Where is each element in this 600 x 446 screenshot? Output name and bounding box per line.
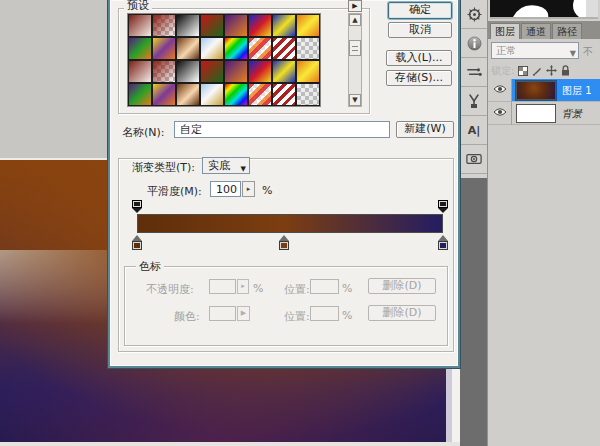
stop-color-swatch[interactable] [209, 306, 236, 321]
gradient-type-select[interactable]: 实底 ▼ [202, 157, 250, 174]
stop-position-input-2[interactable] [310, 306, 339, 321]
opacity-stop[interactable] [132, 200, 142, 213]
scroll-thumb[interactable] [349, 40, 361, 56]
tab-layers[interactable]: 图层 [490, 23, 520, 39]
preset-swatch-red-green[interactable] [200, 14, 224, 37]
preset-swatch-noise-transparent[interactable] [296, 83, 320, 106]
stop-opacity-slider-button[interactable]: ▸ [237, 279, 249, 294]
layers-panel: 图层 通道 路径 正常 ▼ 不 锁定: 图层 1背景 [487, 0, 600, 446]
delete-color-stop-button[interactable]: 删除(D) [368, 305, 436, 321]
layer-name[interactable]: 图层 1 [562, 84, 592, 98]
preset-swatch-transparent-stripes[interactable] [272, 83, 296, 106]
layers-list: 图层 1背景 [488, 79, 600, 125]
preset-swatch-transparent-rainbow[interactable] [248, 83, 272, 106]
preset-swatch-blue-red-yellow[interactable] [248, 60, 272, 83]
preset-swatch-violet-green-orange[interactable] [128, 37, 152, 60]
preset-swatch-blue-yellow-blue[interactable] [272, 14, 296, 37]
preset-swatch-fill [249, 38, 271, 59]
preset-swatch-red-green[interactable] [200, 60, 224, 83]
stop-position-input[interactable] [310, 279, 339, 294]
layer-thumbnail[interactable] [516, 104, 556, 123]
scroll-grip [352, 46, 358, 51]
preset-swatch-chrome[interactable] [200, 83, 224, 106]
layer-name[interactable]: 背景 [562, 107, 582, 121]
blend-mode-select[interactable]: 正常 ▼ [491, 42, 579, 59]
delete-opacity-stop-button[interactable]: 删除(D) [368, 278, 436, 294]
name-value: 自定 [180, 123, 202, 136]
smoothness-slider-button[interactable]: ▸ [242, 181, 255, 197]
lock-options-row: 锁定: [488, 62, 600, 79]
preset-swatch-violet-orange[interactable] [224, 14, 248, 37]
tab-channels[interactable]: 通道 [521, 23, 551, 39]
layer-visibility-toggle[interactable] [488, 79, 512, 102]
cancel-button[interactable]: 取消 [388, 22, 452, 38]
preset-swatch-copper[interactable] [176, 83, 200, 106]
stop-opacity-input[interactable] [209, 279, 236, 294]
chevron-down-icon: ▼ [570, 46, 576, 61]
color-stop[interactable] [279, 235, 289, 250]
preset-swatch-transparent-rainbow[interactable] [248, 37, 272, 60]
preset-swatch-black-white[interactable] [176, 60, 200, 83]
preset-swatch-foreground-to-background[interactable] [128, 60, 152, 83]
preset-swatch-chrome[interactable] [200, 37, 224, 60]
preset-swatch-blue-red-yellow[interactable] [248, 14, 272, 37]
preset-swatch-foreground-to-transparent[interactable] [152, 14, 176, 37]
opacity-stop[interactable] [438, 200, 448, 213]
preset-swatch-spectrum[interactable] [224, 83, 248, 106]
slider-arrow-icon: ▸ [247, 185, 251, 193]
tab-paths[interactable]: 路径 [552, 23, 582, 39]
layer-row[interactable]: 背景 [488, 102, 600, 125]
scroll-up-button[interactable]: ▲ [349, 14, 361, 26]
save-button[interactable]: 存储(S)... [386, 70, 452, 86]
clone-source-icon[interactable] [461, 87, 487, 116]
character-panel-icon[interactable]: A| [461, 116, 487, 145]
preset-swatch-noise-transparent[interactable] [296, 37, 320, 60]
layer-visibility-toggle[interactable] [488, 102, 512, 125]
gradient-preview-bar[interactable] [137, 214, 443, 233]
preset-swatch-spectrum[interactable] [224, 37, 248, 60]
preset-swatch-orange-yellow-orange[interactable] [296, 60, 320, 83]
name-label: 名称(N): [122, 125, 165, 140]
new-button[interactable]: 新建(W) [396, 121, 454, 138]
layer-thumbnail[interactable] [516, 81, 556, 100]
color-picker-arrow-button[interactable]: ▶ [237, 306, 250, 321]
load-button[interactable]: 载入(L)... [386, 50, 452, 66]
layer-row[interactable]: 图层 1 [488, 79, 600, 102]
preset-swatch-fill [225, 15, 247, 36]
preset-swatch-transparent-stripes[interactable] [272, 37, 296, 60]
preset-swatch-fill [297, 15, 319, 36]
panel-preview-thumbnail [490, 0, 598, 19]
brushes-icon[interactable] [461, 58, 487, 87]
color-stop[interactable] [132, 235, 142, 250]
preset-swatch-foreground-to-background[interactable] [128, 14, 152, 37]
lock-position-icon[interactable] [546, 65, 557, 76]
preset-swatch-yellow-violet-orange[interactable] [152, 83, 176, 106]
collapsed-panel-icons: A| [460, 0, 487, 178]
preset-scrollbar[interactable]: ▲ ▼ [348, 13, 362, 107]
presets-flyout-button[interactable]: ▶ [348, 0, 362, 12]
info-icon[interactable] [461, 29, 487, 58]
preset-swatch-blue-yellow-blue[interactable] [272, 60, 296, 83]
preset-swatch-fill [177, 84, 199, 105]
preset-swatch-copper[interactable] [176, 37, 200, 60]
stop-opacity-percent: % [253, 282, 263, 295]
blend-mode-value: 正常 [496, 45, 516, 56]
preset-swatch-violet-orange[interactable] [224, 60, 248, 83]
preset-swatch-black-white[interactable] [176, 14, 200, 37]
ok-button[interactable]: 确定 [388, 2, 452, 19]
preset-swatch-fill [129, 61, 151, 82]
preset-swatch-orange-yellow-orange[interactable] [296, 14, 320, 37]
preset-swatch-yellow-violet-orange[interactable] [152, 37, 176, 60]
scroll-down-button[interactable]: ▼ [349, 94, 361, 106]
lock-all-icon[interactable] [561, 65, 570, 76]
smoothness-input[interactable]: 100 [210, 181, 241, 197]
preset-swatch-violet-green-orange[interactable] [128, 83, 152, 106]
name-input[interactable]: 自定 [174, 121, 390, 138]
wheel-icon[interactable] [461, 0, 487, 29]
lock-pixels-icon[interactable] [532, 66, 542, 76]
camera-icon[interactable] [461, 145, 487, 174]
preset-swatch-fill [249, 84, 271, 105]
preset-swatch-foreground-to-transparent[interactable] [152, 60, 176, 83]
lock-transparency-icon[interactable] [518, 66, 528, 76]
color-stop[interactable] [438, 235, 448, 250]
